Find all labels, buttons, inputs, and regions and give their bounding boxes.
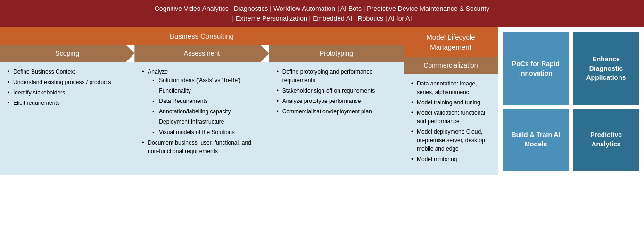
list-item: Functionality — [152, 86, 262, 95]
top-banner: Cognitive Video Analytics | Diagnostics … — [0, 0, 644, 27]
list-item: Stakeholder sign-off on requirements — [276, 86, 397, 95]
list-item: Define prototyping and performance requi… — [276, 68, 397, 85]
list-item: Data Requirements — [152, 97, 262, 105]
assessment-list: Analyze Solution ideas ('As-Is' vs 'To-B… — [141, 68, 262, 155]
phase-assessment-header: Assessment — [134, 45, 269, 62]
tile-predictive-analytics[interactable]: Predictive Analytics — [573, 109, 639, 171]
list-item: Annotation/labelling capacity — [152, 107, 262, 116]
commercialization-list: Data annotation: image, series, alphanum… — [410, 79, 491, 163]
commercialization-body: Data annotation: image, series, alphanum… — [404, 74, 498, 175]
commercialization-header: Commercialization — [404, 57, 498, 74]
right-tiles-section: PoCs for Rapid Innovation Build & Train … — [498, 27, 644, 175]
phase-assessment: Assessment Analyze Solution ideas ('As-I… — [134, 45, 269, 175]
phase-scoping-body: Define Business Context Understand exist… — [0, 62, 134, 175]
list-item: Visual models of the Solutions — [152, 128, 262, 137]
tile-column-left: PoCs for Rapid Innovation Build & Train … — [503, 32, 569, 171]
list-item: Deployment Infrastructure — [152, 118, 262, 126]
list-item: Analyze prototype performance — [276, 97, 397, 105]
banner-line1: Cognitive Video Analytics | Diagnostics … — [9, 4, 635, 14]
assessment-sublist: Solution ideas ('As-Is' vs 'To-Be') Func… — [148, 76, 262, 137]
list-item: Elicit requirements — [7, 99, 128, 107]
tile-column-right: Enhance Diagnostic Applications Predicti… — [573, 32, 639, 171]
prototyping-list: Define prototyping and performance requi… — [276, 68, 397, 116]
list-item: Identify stakeholders — [7, 88, 128, 97]
tile-enhance-diagnostic[interactable]: Enhance Diagnostic Applications — [573, 32, 639, 105]
model-lifecycle-section: Model Lifecycle Management Commercializa… — [404, 27, 498, 175]
model-lifecycle-header: Model Lifecycle Management — [404, 27, 498, 57]
phase-assessment-body: Analyze Solution ideas ('As-Is' vs 'To-B… — [134, 62, 269, 175]
list-item: Commercialization/deployment plan — [276, 107, 397, 116]
list-item: Define Business Context — [7, 68, 128, 76]
list-item: Model training and tuning — [410, 98, 491, 107]
tile-build-train[interactable]: Build & Train AI Models — [503, 109, 569, 171]
list-item: Data annotation: image, series, alphanum… — [410, 79, 491, 96]
business-consulting-section: Business Consulting Scoping Define Busin… — [0, 27, 404, 175]
business-consulting-header: Business Consulting — [0, 27, 404, 45]
list-item: Document business, user, functional, and… — [141, 138, 262, 155]
list-item: Model mnitoring — [410, 155, 491, 163]
list-item: Analyze Solution ideas ('As-Is' vs 'To-B… — [141, 68, 262, 137]
phase-scoping-header: Scoping — [0, 45, 134, 62]
scoping-list: Define Business Context Understand exist… — [7, 68, 128, 107]
phase-scoping: Scoping Define Business Context Understa… — [0, 45, 134, 175]
list-item: Model validation: functional and perform… — [410, 109, 491, 126]
phase-prototyping: Prototyping Define prototyping and perfo… — [269, 45, 404, 175]
list-item: Solution ideas ('As-Is' vs 'To-Be') — [152, 76, 262, 85]
phase-prototyping-body: Define prototyping and performance requi… — [269, 62, 404, 175]
phase-prototyping-header: Prototyping — [269, 45, 404, 62]
tile-pocs[interactable]: PoCs for Rapid Innovation — [503, 32, 569, 105]
banner-line2: | Extreme Personalization | Embedded AI … — [9, 14, 635, 24]
list-item: Model deployment: Cloud, on-premise serv… — [410, 128, 491, 153]
list-item: Understand existing process / products — [7, 78, 128, 86]
